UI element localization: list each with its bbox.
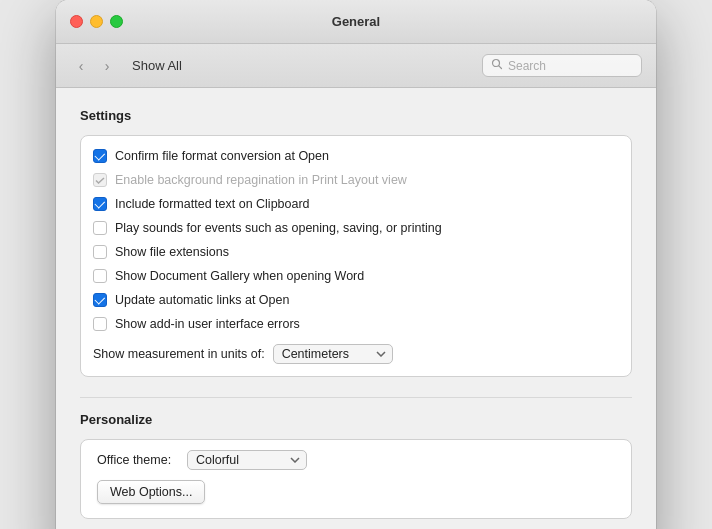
show-gallery-checkbox[interactable] xyxy=(93,269,107,283)
play-sounds-checkbox-wrapper[interactable]: Play sounds for events such as opening, … xyxy=(93,221,442,235)
toolbar: ‹ › Show All xyxy=(56,44,656,88)
formatted-text-checkbox[interactable] xyxy=(93,197,107,211)
formatted-text-label: Include formatted text on Clipboard xyxy=(115,197,310,211)
settings-section: Settings Confirm file format conversion … xyxy=(80,108,632,377)
list-item: Play sounds for events such as opening, … xyxy=(93,216,619,240)
update-links-checkbox-wrapper[interactable]: Update automatic links at Open xyxy=(93,293,289,307)
list-item: Enable background repagination in Print … xyxy=(93,168,619,192)
confirm-format-checkbox[interactable] xyxy=(93,149,107,163)
search-box xyxy=(482,54,642,77)
confirm-format-checkbox-wrapper[interactable]: Confirm file format conversion at Open xyxy=(93,149,329,163)
addin-errors-checkbox-wrapper[interactable]: Show add-in user interface errors xyxy=(93,317,300,331)
settings-title: Settings xyxy=(80,108,632,123)
search-icon xyxy=(491,58,503,73)
back-button[interactable]: ‹ xyxy=(70,55,92,77)
show-gallery-checkbox-wrapper[interactable]: Show Document Gallery when opening Word xyxy=(93,269,364,283)
measurement-select-wrapper: Centimeters Inches Millimeters Points Pi… xyxy=(273,344,393,364)
window-title: General xyxy=(332,14,380,29)
confirm-format-label: Confirm file format conversion at Open xyxy=(115,149,329,163)
personalize-section: Personalize Office theme: Colorful Class… xyxy=(80,412,632,519)
theme-row: Office theme: Colorful Classic Dark Gray… xyxy=(97,450,615,470)
minimize-button[interactable] xyxy=(90,15,103,28)
addin-errors-label: Show add-in user interface errors xyxy=(115,317,300,331)
play-sounds-label: Play sounds for events such as opening, … xyxy=(115,221,442,235)
update-links-checkbox[interactable] xyxy=(93,293,107,307)
forward-button[interactable]: › xyxy=(96,55,118,77)
show-all-button[interactable]: Show All xyxy=(128,56,186,75)
bg-repagination-checkbox-wrapper: Enable background repagination in Print … xyxy=(93,173,407,187)
formatted-text-checkbox-wrapper[interactable]: Include formatted text on Clipboard xyxy=(93,197,310,211)
bg-repagination-label: Enable background repagination in Print … xyxy=(115,173,407,187)
addin-errors-checkbox[interactable] xyxy=(93,317,107,331)
title-bar: General xyxy=(56,0,656,44)
bg-repagination-checkbox xyxy=(93,173,107,187)
traffic-lights xyxy=(70,15,123,28)
settings-body: Confirm file format conversion at Open E… xyxy=(80,135,632,377)
personalize-title: Personalize xyxy=(80,412,632,427)
personalize-body: Office theme: Colorful Classic Dark Gray… xyxy=(80,439,632,519)
list-item: Update automatic links at Open xyxy=(93,288,619,312)
measurement-row: Show measurement in units of: Centimeter… xyxy=(93,340,619,368)
measurement-label: Show measurement in units of: xyxy=(93,347,265,361)
theme-label: Office theme: xyxy=(97,453,177,467)
svg-line-1 xyxy=(499,66,502,69)
show-extensions-label: Show file extensions xyxy=(115,245,229,259)
update-links-label: Update automatic links at Open xyxy=(115,293,289,307)
show-gallery-label: Show Document Gallery when opening Word xyxy=(115,269,364,283)
list-item: Show add-in user interface errors xyxy=(93,312,619,336)
section-divider xyxy=(80,397,632,398)
search-input[interactable] xyxy=(508,59,633,73)
list-item: Show file extensions xyxy=(93,240,619,264)
theme-select[interactable]: Colorful Classic Dark Gray Black White xyxy=(187,450,307,470)
preferences-window: General ‹ › Show All Settings xyxy=(56,0,656,529)
show-extensions-checkbox-wrapper[interactable]: Show file extensions xyxy=(93,245,229,259)
measurement-select[interactable]: Centimeters Inches Millimeters Points Pi… xyxy=(273,344,393,364)
nav-buttons: ‹ › xyxy=(70,55,118,77)
play-sounds-checkbox[interactable] xyxy=(93,221,107,235)
close-button[interactable] xyxy=(70,15,83,28)
web-options-button[interactable]: Web Options... xyxy=(97,480,205,504)
list-item: Include formatted text on Clipboard xyxy=(93,192,619,216)
list-item: Show Document Gallery when opening Word xyxy=(93,264,619,288)
list-item: Confirm file format conversion at Open xyxy=(93,144,619,168)
maximize-button[interactable] xyxy=(110,15,123,28)
show-extensions-checkbox[interactable] xyxy=(93,245,107,259)
content-area: Settings Confirm file format conversion … xyxy=(56,88,656,529)
theme-select-wrapper: Colorful Classic Dark Gray Black White xyxy=(187,450,307,470)
